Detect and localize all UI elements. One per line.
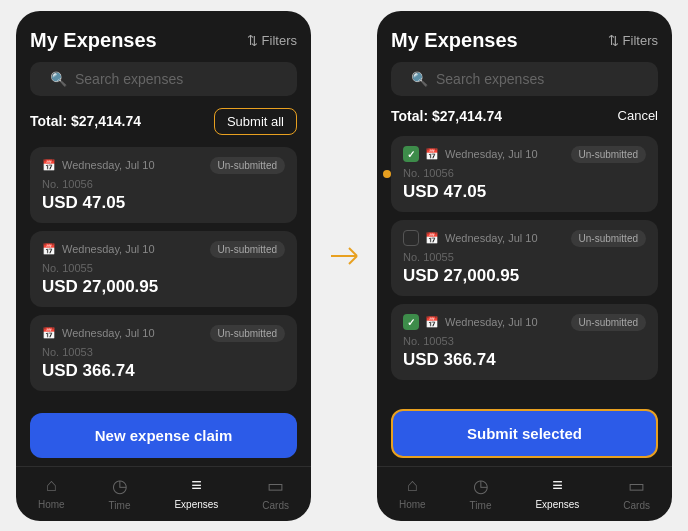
card-s2-3-amount: USD 366.74 [403, 350, 646, 370]
card-s2-3-date-row: ✓ 📅 Wednesday, Jul 10 [403, 314, 538, 330]
card-s2-2-date: Wednesday, Jul 10 [445, 232, 538, 244]
screen2-bottom: Submit selected [377, 399, 672, 466]
screen1-filter-button[interactable]: ⇅ Filters [247, 33, 297, 48]
card1-status: Un-submitted [210, 157, 285, 174]
tab1-cards[interactable]: ▭ Cards [262, 475, 289, 511]
card1-top: 📅 Wednesday, Jul 10 Un-submitted [42, 157, 285, 174]
svg-line-1 [349, 248, 357, 256]
checkbox-2-unchecked[interactable] [403, 230, 419, 246]
card2-number: No. 10055 [42, 262, 285, 274]
screen2-header: My Expenses ⇅ Filters [377, 11, 672, 62]
screen1-search-bar[interactable]: 🔍 Search expenses [30, 62, 297, 96]
card-s2-2-top: 📅 Wednesday, Jul 10 Un-submitted [403, 230, 646, 247]
filter2-icon: ⇅ [608, 33, 619, 48]
checkbox-1-checked[interactable]: ✓ [403, 146, 419, 162]
screen1-title: My Expenses [30, 29, 157, 52]
screen1-total-row: Total: $27,414.74 Submit all [30, 108, 297, 135]
cancel-button[interactable]: Cancel [618, 108, 658, 123]
card-s2-1-date-row: ✓ 📅 Wednesday, Jul 10 [403, 146, 538, 162]
expense-card-1[interactable]: 📅 Wednesday, Jul 10 Un-submitted No. 100… [30, 147, 297, 223]
tab2-expenses[interactable]: ≡ Expenses [535, 475, 579, 510]
card2-date: Wednesday, Jul 10 [62, 243, 155, 255]
card-s2-1-date: Wednesday, Jul 10 [445, 148, 538, 160]
tab2-cards[interactable]: ▭ Cards [623, 475, 650, 511]
submit-selected-button[interactable]: Submit selected [391, 409, 658, 458]
screen2-title: My Expenses [391, 29, 518, 52]
tab1-cards-label: Cards [262, 500, 289, 511]
calendar-icon-s2-1: 📅 [425, 148, 439, 161]
calendar-icon-s2-2: 📅 [425, 232, 439, 245]
home2-icon: ⌂ [407, 475, 418, 496]
tab1-time-label: Time [109, 500, 131, 511]
expense-card-2[interactable]: 📅 Wednesday, Jul 10 Un-submitted No. 100… [30, 231, 297, 307]
expense-card-3[interactable]: 📅 Wednesday, Jul 10 Un-submitted No. 100… [30, 315, 297, 391]
card2-top: 📅 Wednesday, Jul 10 Un-submitted [42, 241, 285, 258]
time-icon: ◷ [112, 475, 128, 497]
card-s2-3-top: ✓ 📅 Wednesday, Jul 10 Un-submitted [403, 314, 646, 331]
tab1-time[interactable]: ◷ Time [109, 475, 131, 511]
time2-icon: ◷ [473, 475, 489, 497]
card-s2-3-status: Un-submitted [571, 314, 646, 331]
calendar-icon-2: 📅 [42, 243, 56, 256]
card-s2-1-number: No. 10056 [403, 167, 646, 179]
screen2-filter-button[interactable]: ⇅ Filters [608, 33, 658, 48]
screen2-content: 🔍 Search expenses Total: $27,414.74 Canc… [377, 62, 672, 399]
card-s2-2-date-row: 📅 Wednesday, Jul 10 [403, 230, 538, 246]
screen1-total: Total: $27,414.74 [30, 113, 141, 129]
tab1-home[interactable]: ⌂ Home [38, 475, 65, 510]
expense-card-s2-2[interactable]: 📅 Wednesday, Jul 10 Un-submitted No. 100… [391, 220, 658, 296]
submit-all-button[interactable]: Submit all [214, 108, 297, 135]
tab2-expenses-label: Expenses [535, 499, 579, 510]
card-s2-1-status: Un-submitted [571, 146, 646, 163]
screen-1: My Expenses ⇅ Filters 🔍 Search expenses … [16, 11, 311, 521]
card1-date: Wednesday, Jul 10 [62, 159, 155, 171]
card-s2-3-number: No. 10053 [403, 335, 646, 347]
calendar-icon-1: 📅 [42, 159, 56, 172]
svg-line-2 [349, 256, 357, 264]
checkbox-3-checked[interactable]: ✓ [403, 314, 419, 330]
calendar-icon-s2-3: 📅 [425, 316, 439, 329]
new-expense-button[interactable]: New expense claim [30, 413, 297, 458]
cards2-icon: ▭ [628, 475, 645, 497]
card2-date-row: 📅 Wednesday, Jul 10 [42, 243, 155, 256]
card-s2-2-number: No. 10055 [403, 251, 646, 263]
tab2-home[interactable]: ⌂ Home [399, 475, 426, 510]
card-s2-2-status: Un-submitted [571, 230, 646, 247]
card3-date: Wednesday, Jul 10 [62, 327, 155, 339]
home-icon: ⌂ [46, 475, 57, 496]
expense-card-s2-1[interactable]: ✓ 📅 Wednesday, Jul 10 Un-submitted No. 1… [391, 136, 658, 212]
card3-amount: USD 366.74 [42, 361, 285, 381]
card1-date-row: 📅 Wednesday, Jul 10 [42, 159, 155, 172]
screen2-total: Total: $27,414.74 [391, 108, 502, 124]
tab1-label: Home [38, 499, 65, 510]
screen2-total-row: Total: $27,414.74 Cancel [391, 108, 658, 124]
card-s2-3-date: Wednesday, Jul 10 [445, 316, 538, 328]
screen2-tab-bar: ⌂ Home ◷ Time ≡ Expenses ▭ Cards [377, 466, 672, 521]
screen1-content: 🔍 Search expenses Total: $27,414.74 Subm… [16, 62, 311, 403]
orange-dot [383, 170, 391, 178]
card3-date-row: 📅 Wednesday, Jul 10 [42, 327, 155, 340]
search-icon: 🔍 [50, 71, 67, 87]
tab2-time-label: Time [470, 500, 492, 511]
card3-status: Un-submitted [210, 325, 285, 342]
cards-icon: ▭ [267, 475, 284, 497]
card3-number: No. 10053 [42, 346, 285, 358]
screen1-header: My Expenses ⇅ Filters [16, 11, 311, 62]
expenses2-icon: ≡ [552, 475, 563, 496]
card-s2-2-amount: USD 27,000.95 [403, 266, 646, 286]
card2-amount: USD 27,000.95 [42, 277, 285, 297]
screen1-tab-bar: ⌂ Home ◷ Time ≡ Expenses ▭ Cards [16, 466, 311, 521]
card1-amount: USD 47.05 [42, 193, 285, 213]
screen-2: My Expenses ⇅ Filters 🔍 Search expenses … [377, 11, 672, 521]
screen2-search-bar[interactable]: 🔍 Search expenses [391, 62, 658, 96]
tab1-expenses[interactable]: ≡ Expenses [174, 475, 218, 510]
expense-card-s2-3[interactable]: ✓ 📅 Wednesday, Jul 10 Un-submitted No. 1… [391, 304, 658, 380]
card-s2-1-amount: USD 47.05 [403, 182, 646, 202]
filter-icon: ⇅ [247, 33, 258, 48]
checkmark-1: ✓ [407, 149, 415, 160]
card3-top: 📅 Wednesday, Jul 10 Un-submitted [42, 325, 285, 342]
calendar-icon-3: 📅 [42, 327, 56, 340]
arrow-connector [329, 236, 359, 296]
checkmark-3: ✓ [407, 317, 415, 328]
tab2-time[interactable]: ◷ Time [470, 475, 492, 511]
